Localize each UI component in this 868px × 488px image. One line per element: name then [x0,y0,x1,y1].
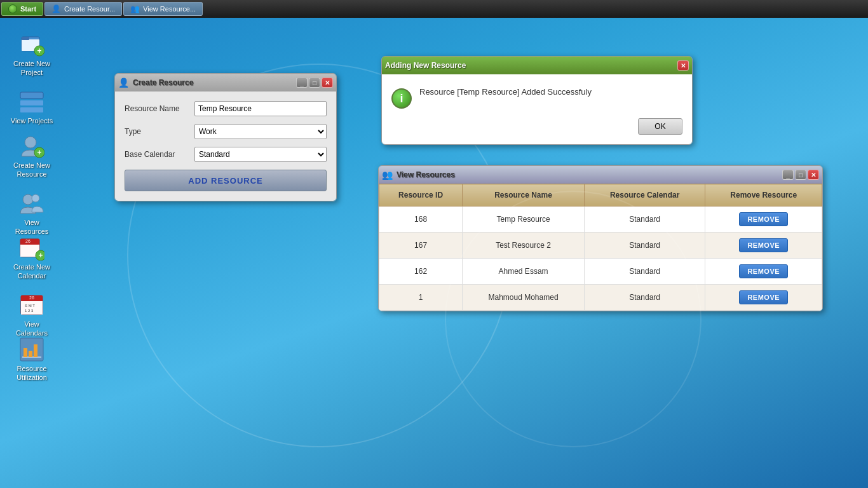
taskbar-create-resource[interactable]: 👤 Create Resour... [44,2,122,16]
resource-name-input[interactable] [194,101,327,116]
desktop-icon-view-projects[interactable]: View Projects [10,89,54,125]
remove-button[interactable]: REMOVE [739,238,788,252]
create-resource-body: Resource Name Type Work Material Cost Ba… [115,92,336,201]
cell-remove: REMOVE [705,233,822,259]
resource-name-label: Resource Name [125,104,194,113]
cell-remove: REMOVE [705,207,822,233]
create-resource-title-icon: 👤 [118,78,129,88]
cell-resource-id: 1 [379,285,463,311]
dialog-message: Resource [Temp Resource] Added Successfu… [419,87,682,97]
svg-text:26: 26 [25,239,31,243]
create-resource-close[interactable]: ✕ [322,78,333,88]
create-resource-label: Create NewResource [13,161,50,179]
svg-rect-6 [20,100,43,105]
create-resource-titlebar: 👤 Create Resource _ □ ✕ [115,74,336,92]
svg-text:S M T: S M T [25,304,35,308]
resource-type-row: Type Work Material Cost [125,124,327,139]
svg-rect-27 [24,348,27,357]
cell-resource-name: Temp Resource [463,207,585,233]
svg-text:26: 26 [29,295,34,300]
cell-resource-name: Ahmed Essam [463,259,585,285]
cell-resource-name: Test Resource 2 [463,233,585,259]
taskbar-view-resource[interactable]: 👥 View Resource... [123,2,203,16]
table-row: 168 Temp Resource Standard REMOVE [379,207,822,233]
view-resources-minimize[interactable]: _ [782,170,794,180]
adding-resource-body: i Resource [Temp Resource] Added Success… [382,74,692,115]
svg-point-11 [23,194,33,205]
cell-resource-id: 162 [379,259,463,285]
table-row: 1 Mahmoud Mohamed Standard REMOVE [379,285,822,311]
cell-resource-id: 167 [379,233,463,259]
svg-point-8 [25,137,36,148]
svg-rect-29 [34,344,37,357]
view-resources-title-icon: 👥 [382,170,393,180]
view-resources-titlebar: 👥 View Resources _ □ ✕ [379,166,822,184]
table-row: 167 Test Resource 2 Standard REMOVE [379,233,822,259]
resources-table: Resource ID Resource Name Resource Calen… [379,184,822,311]
cell-resource-name: Mahmoud Mohamed [463,285,585,311]
resources-table-container: Resource ID Resource Name Resource Calen… [379,184,822,311]
col-remove-resource: Remove Resource [705,184,822,207]
cell-resource-id: 168 [379,207,463,233]
taskbar: Start 👤 Create Resour... 👥 View Resource… [0,0,868,18]
desktop-icon-create-calendar[interactable]: 26 + Create NewCalendar [10,235,54,281]
view-resources-close[interactable]: ✕ [808,170,819,180]
base-calendar-row: Base Calendar Standard Night Shift 24 Ho… [125,147,327,162]
view-calendars-icon: 26 S M T 1 2 3 [19,292,44,318]
desktop-icon-resource-utilization[interactable]: ResourceUtilization [10,337,54,383]
resource-utilization-icon [19,337,44,362]
svg-rect-7 [20,107,43,112]
resource-type-label: Type [125,127,194,136]
create-project-label: Create NewProject [13,59,50,78]
create-calendar-label: Create NewCalendar [13,262,50,281]
view-resources-controls: _ □ ✕ [782,170,819,180]
svg-rect-5 [20,92,43,98]
desktop-icon-view-resources[interactable]: ViewResources [10,191,54,236]
adding-resource-title: Adding New Resource [385,61,677,70]
view-resources-icon [19,191,44,216]
view-projects-icon [19,89,44,114]
svg-rect-28 [29,351,32,357]
table-row: 162 Ahmed Essam Standard REMOVE [379,259,822,285]
create-resource-maximize[interactable]: □ [309,78,320,88]
remove-button[interactable]: REMOVE [739,264,788,278]
cell-resource-calendar: Standard [584,207,705,233]
dialog-footer: OK [382,115,692,144]
cell-resource-calendar: Standard [584,233,705,259]
remove-button[interactable]: REMOVE [739,212,788,226]
create-resource-minimize[interactable]: _ [296,78,308,88]
start-button[interactable]: Start [1,2,43,16]
svg-text:+: + [37,46,41,55]
resource-type-select[interactable]: Work Material Cost [194,124,327,139]
desktop-icon-create-resource[interactable]: + Create NewResource [10,133,54,179]
view-resources-label: ViewResources [15,218,49,236]
col-resource-calendar: Resource Calendar [584,184,705,207]
adding-resource-controls: ✕ [677,60,689,71]
add-resource-button[interactable]: ADD RESOURCE [125,170,327,191]
create-resource-icon: + [19,133,44,159]
base-calendar-select[interactable]: Standard Night Shift 24 Hours [194,147,327,162]
cell-remove: REMOVE [705,259,822,285]
create-project-icon: + [19,32,44,57]
adding-resource-titlebar: Adding New Resource ✕ [382,57,692,74]
desktop-icon-create-project[interactable]: + Create NewProject [10,32,54,78]
remove-button[interactable]: REMOVE [739,290,788,304]
view-resources-window: 👥 View Resources _ □ ✕ Resource ID Resou… [378,165,823,311]
start-icon [8,4,17,13]
adding-resource-dialog: Adding New Resource ✕ i Resource [Temp R… [381,56,693,145]
cell-resource-calendar: Standard [584,259,705,285]
col-resource-name: Resource Name [463,184,585,207]
view-projects-label: View Projects [11,116,53,125]
svg-rect-2 [22,37,29,40]
resource-name-row: Resource Name [125,101,327,116]
create-calendar-icon: 26 + [19,235,44,261]
view-resources-maximize[interactable]: □ [795,170,806,180]
view-calendars-label: View Calendars [10,320,54,338]
ok-button[interactable]: OK [638,118,682,135]
adding-resource-close[interactable]: ✕ [677,60,689,71]
desktop-icon-view-calendars[interactable]: 26 S M T 1 2 3 View Calendars [10,292,54,338]
base-calendar-label: Base Calendar [125,150,194,159]
col-resource-id: Resource ID [379,184,463,207]
svg-text:+: + [37,148,41,157]
create-resource-title: Create Resource [133,78,296,87]
